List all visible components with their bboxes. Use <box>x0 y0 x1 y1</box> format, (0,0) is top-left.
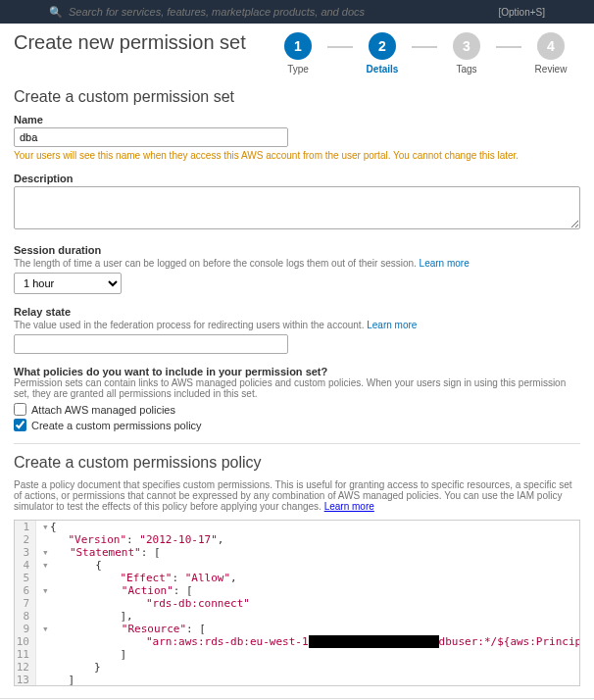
description-label: Description <box>14 173 580 184</box>
wizard-step-type[interactable]: 1 Type <box>269 32 327 75</box>
search-icon: 🔍 <box>49 6 63 19</box>
policies-block: What policies do you want to include in … <box>14 366 580 431</box>
session-learn-more-link[interactable]: Learn more <box>420 258 470 269</box>
step-label: Review <box>535 64 568 75</box>
step-circle: 2 <box>369 32 396 60</box>
description-field-block: Description <box>14 173 580 232</box>
name-label: Name <box>14 114 580 125</box>
global-search[interactable]: 🔍 [Option+S] <box>49 6 545 19</box>
step-circle: 3 <box>453 32 480 60</box>
attach-managed-checkbox[interactable] <box>14 403 26 416</box>
step-label: Details <box>367 64 399 75</box>
relay-state-block: Relay state The value used in the federa… <box>14 306 580 354</box>
wizard-step-review[interactable]: 4 Review <box>521 32 580 75</box>
step-connector <box>496 46 521 48</box>
policies-help: Permission sets can contain links to AWS… <box>14 377 580 399</box>
wizard-steps: 1 Type 2 Details 3 Tags 4 Review <box>269 32 580 75</box>
create-custom-checkbox[interactable] <box>14 419 26 431</box>
name-warning: Your users will see this name when they … <box>14 150 580 161</box>
name-field-block: Name Your users will see this name when … <box>14 114 580 161</box>
redacted-account-id: xxxxxxxx <box>309 635 439 648</box>
step-connector <box>327 46 353 48</box>
step-connector <box>412 46 437 48</box>
attach-managed-checkbox-row[interactable]: Attach AWS managed policies <box>14 403 580 416</box>
section-custom-set-title: Create a custom permission set <box>14 84 580 106</box>
step-label: Tags <box>456 64 476 75</box>
policy-learn-more-link[interactable]: Learn more <box>324 501 374 512</box>
name-input[interactable] <box>14 127 288 147</box>
relay-state-input[interactable] <box>14 334 288 354</box>
create-custom-checkbox-row[interactable]: Create a custom permissions policy <box>14 419 580 431</box>
policy-help-text: Paste a policy document that specifies c… <box>14 479 580 512</box>
policy-code-editor[interactable]: 1▾{ 2 "Version": "2012-10-17", 3▾ "State… <box>14 520 580 686</box>
search-shortcut: [Option+S] <box>498 7 545 18</box>
step-circle: 4 <box>537 32 565 60</box>
relay-learn-more-link[interactable]: Learn more <box>367 320 417 330</box>
create-custom-label: Create a custom permissions policy <box>31 420 202 431</box>
attach-managed-label: Attach AWS managed policies <box>31 404 175 416</box>
session-label: Session duration <box>14 244 580 256</box>
session-duration-block: Session duration The length of time a us… <box>14 244 580 294</box>
policies-question: What policies do you want to include in … <box>14 366 580 377</box>
step-label: Type <box>287 64 309 75</box>
session-duration-select[interactable]: 1 hour <box>14 273 122 294</box>
section-custom-policy-title: Create a custom permissions policy <box>14 443 580 472</box>
search-input[interactable] <box>69 6 492 18</box>
wizard-step-tags[interactable]: 3 Tags <box>437 32 496 75</box>
session-help: The length of time a user can be logged … <box>14 258 580 269</box>
wizard-step-details[interactable]: 2 Details <box>353 32 412 75</box>
top-nav-bar: 🔍 [Option+S] <box>0 0 594 24</box>
relay-label: Relay state <box>14 306 580 318</box>
step-circle: 1 <box>284 32 312 60</box>
description-input[interactable] <box>14 186 580 229</box>
relay-help: The value used in the federation process… <box>14 320 580 330</box>
